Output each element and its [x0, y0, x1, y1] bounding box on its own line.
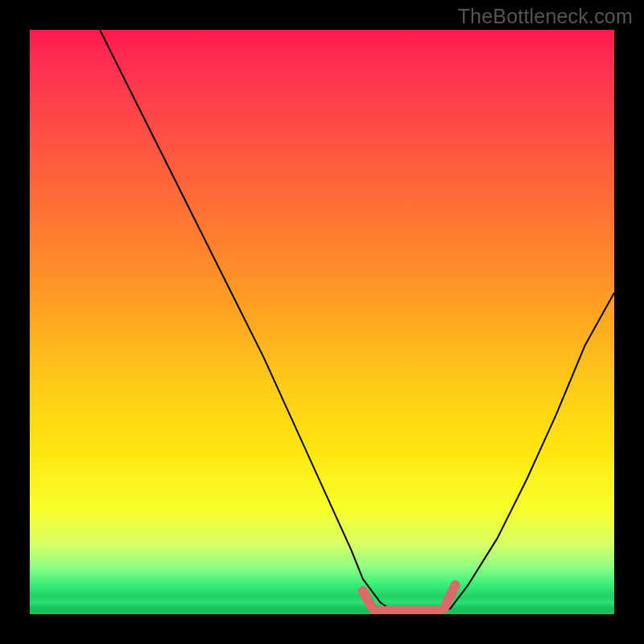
curve-svg — [30, 30, 614, 614]
bottleneck-curve — [100, 30, 614, 614]
bottleneck-curve-group — [100, 30, 614, 614]
plot-area — [30, 30, 614, 614]
flat-left-edge — [363, 591, 373, 609]
chart-frame: TheBottleneck.com — [0, 0, 644, 644]
watermark-text: TheBottleneck.com — [458, 5, 633, 28]
